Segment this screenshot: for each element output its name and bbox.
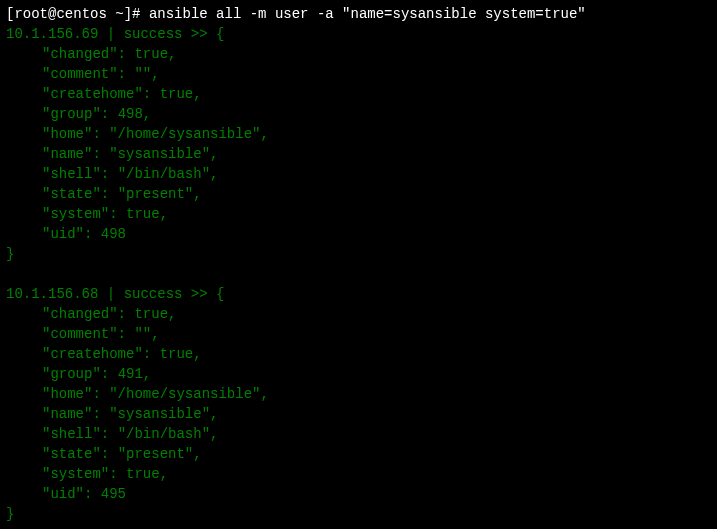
prompt-close-bracket: ]: [124, 6, 132, 22]
key-shell: "shell":: [42, 166, 118, 182]
host-ip: 10.1.156.69: [6, 26, 98, 42]
key-state: "state":: [42, 446, 118, 462]
output-row: "name": "sysansible",: [6, 144, 711, 164]
key-createhome: "createhome":: [42, 346, 160, 362]
key-system: "system":: [42, 466, 126, 482]
output-row: "home": "/home/sysansible",: [6, 384, 711, 404]
output-row: "state": "present",: [6, 444, 711, 464]
output-row: "changed": true,: [6, 304, 711, 324]
value-createhome: true: [160, 346, 194, 362]
value-shell: "/bin/bash": [118, 426, 210, 442]
value-group: 491: [118, 366, 143, 382]
value-comment: "": [134, 66, 151, 82]
output-row: "comment": "",: [6, 64, 711, 84]
key-changed: "changed":: [42, 306, 134, 322]
key-comment: "comment":: [42, 66, 134, 82]
output-row: "group": 498,: [6, 104, 711, 124]
value-name: "sysansible": [109, 146, 210, 162]
key-uid: "uid":: [42, 226, 101, 242]
key-state: "state":: [42, 186, 118, 202]
open-brace: {: [216, 26, 224, 42]
value-state: "present": [118, 186, 194, 202]
status-separator: |: [98, 286, 123, 302]
status-text: success: [124, 286, 183, 302]
value-state: "present": [118, 446, 194, 462]
output-row: "changed": true,: [6, 44, 711, 64]
value-home: "/home/sysansible": [109, 126, 260, 142]
output-row: "name": "sysansible",: [6, 404, 711, 424]
output-row: "shell": "/bin/bash",: [6, 424, 711, 444]
output-row: "state": "present",: [6, 184, 711, 204]
value-changed: true: [134, 46, 168, 62]
close-brace-line: }: [6, 504, 711, 524]
output-row: "uid": 498: [6, 224, 711, 244]
key-createhome: "createhome":: [42, 86, 160, 102]
key-comment: "comment":: [42, 326, 134, 342]
key-changed: "changed":: [42, 46, 134, 62]
value-changed: true: [134, 306, 168, 322]
prompt-symbol: #: [132, 6, 149, 22]
open-brace: {: [216, 286, 224, 302]
value-shell: "/bin/bash": [118, 166, 210, 182]
value-createhome: true: [160, 86, 194, 102]
output-row: "home": "/home/sysansible",: [6, 124, 711, 144]
value-system: true: [126, 206, 160, 222]
output-row: "system": true,: [6, 464, 711, 484]
key-name: "name":: [42, 406, 109, 422]
key-uid: "uid":: [42, 486, 101, 502]
key-home: "home":: [42, 386, 109, 402]
key-home: "home":: [42, 126, 109, 142]
value-uid: 495: [101, 486, 126, 502]
value-system: true: [126, 466, 160, 482]
status-separator: |: [98, 26, 123, 42]
value-home: "/home/sysansible": [109, 386, 260, 402]
arrow: >>: [182, 26, 216, 42]
output-row: "group": 491,: [6, 364, 711, 384]
output-row: "comment": "",: [6, 324, 711, 344]
close-brace: }: [6, 506, 14, 522]
value-group: 498: [118, 106, 143, 122]
command-input[interactable]: ansible all -m user -a "name=sysansible …: [149, 6, 586, 22]
arrow: >>: [182, 286, 216, 302]
command-prompt-line[interactable]: [root@centos ~]# ansible all -m user -a …: [6, 4, 711, 24]
result-block-0: 10.1.156.69 | success >> { "changed": tr…: [6, 24, 711, 264]
close-brace-line: }: [6, 244, 711, 264]
output-row: "shell": "/bin/bash",: [6, 164, 711, 184]
status-text: success: [124, 26, 183, 42]
value-uid: 498: [101, 226, 126, 242]
close-brace: }: [6, 246, 14, 262]
prompt-user-host: root@centos ~: [14, 6, 123, 22]
output-row: "system": true,: [6, 204, 711, 224]
value-comment: "": [134, 326, 151, 342]
output-row: "createhome": true,: [6, 344, 711, 364]
key-group: "group":: [42, 106, 118, 122]
output-row: "createhome": true,: [6, 84, 711, 104]
result-header: 10.1.156.69 | success >> {: [6, 24, 711, 44]
key-shell: "shell":: [42, 426, 118, 442]
key-name: "name":: [42, 146, 109, 162]
host-ip: 10.1.156.68: [6, 286, 98, 302]
result-header: 10.1.156.68 | success >> {: [6, 284, 711, 304]
key-group: "group":: [42, 366, 118, 382]
result-block-1: 10.1.156.68 | success >> { "changed": tr…: [6, 284, 711, 524]
output-row: "uid": 495: [6, 484, 711, 504]
key-system: "system":: [42, 206, 126, 222]
blank-line: [6, 264, 711, 284]
value-name: "sysansible": [109, 406, 210, 422]
